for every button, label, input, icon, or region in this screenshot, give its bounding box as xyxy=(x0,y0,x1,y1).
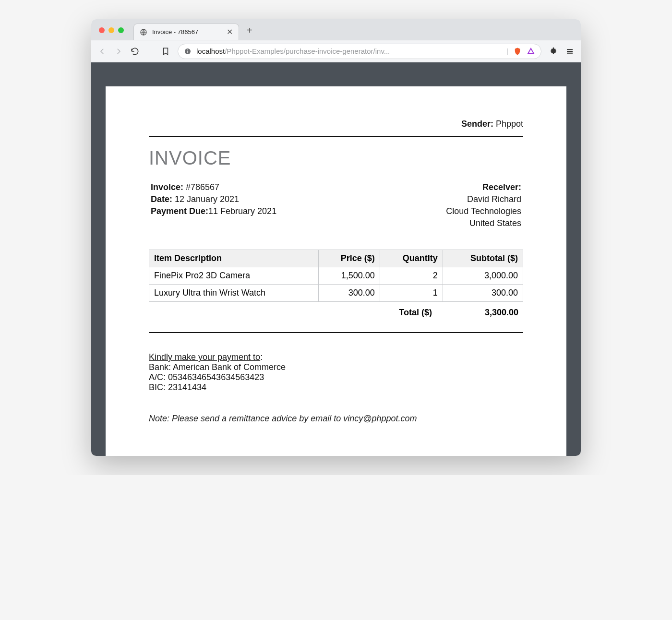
due-value: 11 February 2021 xyxy=(208,206,276,216)
back-button[interactable] xyxy=(98,47,107,56)
invoice-number-label: Invoice: xyxy=(151,182,183,192)
invoice-page: Sender: Phppot INVOICE Invoice: #786567 … xyxy=(106,86,566,456)
meta-left: Invoice: #786567 Date: 12 January 2021 P… xyxy=(151,182,276,230)
browser-window: Invoice - 786567 ✕ + localhost/Phppot-Ex… xyxy=(91,19,581,456)
item-desc: Luxury Ultra thin Wrist Watch xyxy=(149,285,319,302)
invoice-meta: Invoice: #786567 Date: 12 January 2021 P… xyxy=(149,182,523,230)
item-price: 1,500.00 xyxy=(318,267,380,285)
item-subtotal: 3,000.00 xyxy=(443,267,523,285)
tab-title: Invoice - 786567 xyxy=(152,28,222,36)
total-row: Total ($) 3,300.00 xyxy=(149,306,523,318)
brave-rewards-icon[interactable] xyxy=(527,47,535,56)
invoice-title: INVOICE xyxy=(149,147,523,169)
receiver-country: United States xyxy=(446,218,521,228)
url-text: localhost/Phppot-Examples/purchase-invoi… xyxy=(196,47,502,55)
item-qty: 2 xyxy=(380,267,443,285)
receiver-company: Cloud Technologies xyxy=(446,206,521,216)
table-header-row: Item Description Price ($) Quantity Subt… xyxy=(149,250,523,267)
address-bar[interactable]: localhost/Phppot-Examples/purchase-invoi… xyxy=(178,44,541,59)
invoice-date-value: 12 January 2021 xyxy=(175,194,239,204)
sender-label: Sender: xyxy=(461,119,493,129)
col-price: Price ($) xyxy=(318,250,380,267)
payment-bic: BIC: 23141434 xyxy=(149,382,523,393)
items-table: Item Description Price ($) Quantity Subt… xyxy=(149,250,523,302)
browser-tab[interactable]: Invoice - 786567 ✕ xyxy=(133,24,239,40)
url-separator: | xyxy=(506,47,508,55)
brave-shield-icon[interactable] xyxy=(513,47,522,56)
bottom-rule xyxy=(149,332,523,333)
item-price: 300.00 xyxy=(318,285,380,302)
payment-section: Kindly make your payment to: Bank: Ameri… xyxy=(149,352,523,393)
new-tab-button[interactable]: + xyxy=(244,24,255,36)
item-qty: 1 xyxy=(380,285,443,302)
url-host: localhost xyxy=(196,47,225,55)
sender-name: Phppot xyxy=(496,119,523,129)
svg-rect-2 xyxy=(187,50,188,53)
viewport: Sender: Phppot INVOICE Invoice: #786567 … xyxy=(91,62,581,456)
bookmark-button[interactable] xyxy=(161,47,170,56)
toolbar: localhost/Phppot-Examples/purchase-invoi… xyxy=(91,40,581,62)
menu-button[interactable] xyxy=(565,47,574,56)
due-label: Payment Due: xyxy=(151,206,208,216)
meta-right: Receiver: David Richard Cloud Technologi… xyxy=(446,182,521,230)
window-maximize-button[interactable] xyxy=(118,27,124,33)
window-close-button[interactable] xyxy=(99,27,105,33)
window-controls xyxy=(99,27,124,33)
total-value: 3,300.00 xyxy=(485,308,518,318)
forward-button[interactable] xyxy=(114,47,123,56)
col-desc: Item Description xyxy=(149,250,319,267)
col-subtotal: Subtotal ($) xyxy=(443,250,523,267)
globe-icon xyxy=(140,28,147,36)
invoice-number-value: #786567 xyxy=(186,182,219,192)
item-desc: FinePix Pro2 3D Camera xyxy=(149,267,319,285)
item-subtotal: 300.00 xyxy=(443,285,523,302)
payment-heading: Kindly make your payment to xyxy=(149,352,260,362)
extensions-icon[interactable] xyxy=(549,47,558,56)
svg-rect-3 xyxy=(187,49,188,50)
receiver-label: Receiver: xyxy=(482,182,521,192)
total-label: Total ($) xyxy=(399,308,432,318)
tab-close-icon[interactable]: ✕ xyxy=(227,28,233,36)
titlebar: Invoice - 786567 ✕ + xyxy=(91,19,581,40)
invoice-date-label: Date: xyxy=(151,194,172,204)
receiver-name: David Richard xyxy=(446,194,521,204)
site-info-icon[interactable] xyxy=(184,48,192,55)
payment-bank: Bank: American Bank of Commerce xyxy=(149,362,523,372)
table-row: FinePix Pro2 3D Camera 1,500.00 2 3,000.… xyxy=(149,267,523,285)
col-qty: Quantity xyxy=(380,250,443,267)
table-row: Luxury Ultra thin Wrist Watch 300.00 1 3… xyxy=(149,285,523,302)
sender-line: Sender: Phppot xyxy=(149,119,523,129)
url-path: /Phppot-Examples/purchase-invoice-genera… xyxy=(225,47,390,55)
payment-account: A/C: 05346346543634563423 xyxy=(149,372,523,382)
remittance-note: Note: Please send a remittance advice by… xyxy=(149,414,523,424)
window-minimize-button[interactable] xyxy=(108,27,114,33)
reload-button[interactable] xyxy=(131,47,139,56)
top-rule xyxy=(149,136,523,137)
